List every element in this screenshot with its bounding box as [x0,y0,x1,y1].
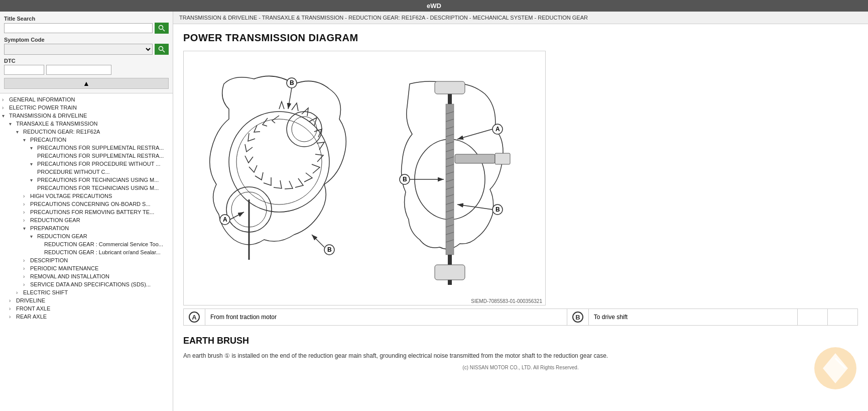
nav-arrow: › [9,314,16,320]
nav-arrow: ▾ [9,121,16,127]
svg-text:A: A [495,126,500,133]
nav-item[interactable]: ›REMOVAL AND INSTALLATION [0,272,173,280]
dtc-input1[interactable] [4,65,44,75]
nav-item[interactable]: ›GENERAL INFORMATION [0,95,173,104]
sidebar: Title Search Symptom Code [0,12,173,411]
nav-item[interactable]: ▾REDUCTION GEAR: RE1F62A [0,128,173,136]
nav-label: GENERAL INFORMATION [9,96,75,102]
nav-item[interactable]: ▾TRANSAXLE & TRANSMISSION [0,120,173,128]
nav-arrow: › [2,105,9,111]
search-button[interactable] [155,23,169,34]
section2-text: An earth brush ① is installed on the end… [183,351,858,361]
nav-label: PERIODIC MAINTENANCE [30,265,98,271]
nav-arrow: ▾ [16,129,23,135]
nav-item[interactable]: ›PERIODIC MAINTENANCE [0,264,173,272]
nav-label: ELECTRIC POWER TRAIN [9,105,77,111]
nav-item[interactable]: PRECAUTIONS FOR TECHNICIANS USING M... [0,184,173,192]
nav-item[interactable]: ›DRIVELINE [0,296,173,304]
diagram-container: A B B [183,51,546,305]
nav-item[interactable]: ›PRECAUTIONS CONCERNING ON-BOARD S... [0,200,173,208]
nav-arrow: ▾ [30,177,37,183]
page-title: POWER TRANSMISSION DIAGRAM [183,32,858,44]
diagram-caption: SIEMD-7085583-01-000356321 [184,297,545,305]
nav-item[interactable]: ›ELECTRIC POWER TRAIN [0,104,173,112]
nav-label: ELECTRIC SHIFT [23,289,68,295]
nav-label: REAR AXLE [16,314,47,320]
nav-label: PRECAUTIONS FOR REMOVING BATTERY TE... [30,209,154,215]
nav-item[interactable]: ▾PREPARATION [0,224,173,232]
title-search-label: Title Search [4,16,169,22]
svg-text:B: B [327,246,332,253]
nav-item[interactable]: ›HIGH VOLTAGE PRECAUTIONS [0,192,173,200]
search-icon [158,25,165,32]
nav-arrow: ▾ [23,137,30,143]
nav-item[interactable]: ▾PRECAUTION [0,136,173,144]
nav-label: HIGH VOLTAGE PRECAUTIONS [30,193,112,199]
nav-label: PRECAUTION [30,137,66,143]
nav-item[interactable]: REDUCTION GEAR : Lubricant or/and Sealar… [0,248,173,256]
nav-arrow: › [23,218,30,223]
nav-label: SERVICE DATA AND SPECIFICATIONS (SDS)... [30,281,151,287]
nav-arrow: › [23,258,30,263]
nav-item[interactable]: ›SERVICE DATA AND SPECIFICATIONS (SDS)..… [0,280,173,288]
nav-label: REDUCTION GEAR [37,233,87,239]
svg-line-3 [163,50,165,52]
nav-label: PRECAUTIONS FOR PROCEDURE WITHOUT ... [37,161,160,167]
nav-arrow: ▾ [30,145,37,151]
footer-text: (c) NISSAN MOTOR CO., LTD. All Rights Re… [183,365,858,370]
dtc-label: DTC [4,58,169,64]
content-area: TRANSMISSION & DRIVELINE - TRANSAXLE & T… [173,12,868,411]
nav-tree: ›GENERAL INFORMATION›ELECTRIC POWER TRAI… [0,93,173,411]
svg-point-2 [159,47,163,51]
title-search-input[interactable] [4,23,153,33]
nav-item[interactable]: ›REAR AXLE [0,313,173,321]
nav-arrow: › [16,290,23,295]
nav-label: REDUCTION GEAR : Commercial Service Too.… [44,241,163,247]
nav-label: PRECAUTIONS CONCERNING ON-BOARD S... [30,201,151,207]
nav-item[interactable]: ▾PRECAUTIONS FOR SUPPLEMENTAL RESTRA... [0,144,173,152]
content-scroll[interactable]: POWER TRANSMISSION DIAGRAM [173,24,868,411]
nav-item[interactable]: ›DESCRIPTION [0,256,173,264]
symptom-search-button[interactable] [155,44,169,55]
nav-arrow: › [23,266,30,271]
nav-arrow: › [23,210,30,215]
svg-text:B: B [495,206,500,213]
nav-label: REDUCTION GEAR: RE1F62A [23,129,100,135]
nav-item[interactable]: ›ELECTRIC SHIFT [0,288,173,296]
nav-label: DRIVELINE [16,297,45,303]
nav-label: REDUCTION GEAR : Lubricant or/and Sealar… [44,249,161,255]
nav-item[interactable]: PRECAUTIONS FOR SUPPLEMENTAL RESTRA... [0,152,173,160]
nav-arrow: › [23,282,30,287]
nav-item[interactable]: ›PRECAUTIONS FOR REMOVING BATTERY TE... [0,208,173,216]
nav-arrow: ▾ [30,161,37,167]
nav-arrow: ▾ [23,226,30,231]
nav-item[interactable]: PROCEDURE WITHOUT C... [0,168,173,176]
legend-table: A From front traction motor B To drive s… [183,309,858,326]
nav-item[interactable]: REDUCTION GEAR : Commercial Service Too.… [0,240,173,248]
nav-item[interactable]: ›FRONT AXLE [0,304,173,313]
nav-label: PREPARATION [30,225,69,231]
diagram-svg: A B B [184,51,545,297]
svg-rect-22 [446,104,454,255]
symptom-search-icon [158,46,165,53]
dtc-input2[interactable] [46,65,111,75]
nav-label: PROCEDURE WITHOUT C... [37,169,110,175]
symptom-code-select[interactable] [4,44,153,55]
nav-label: FRONT AXLE [16,305,50,312]
legend-text-b: To drive shift [588,309,797,326]
nav-item[interactable]: ▾PRECAUTIONS FOR PROCEDURE WITHOUT ... [0,160,173,168]
nav-item[interactable]: ▾TRANSMISSION & DRIVELINE [0,112,173,120]
legend-row: A From front traction motor B To drive s… [184,309,858,326]
section2-title: EARTH BRUSH [183,336,858,346]
collapse-button[interactable]: ▲ [4,78,169,89]
legend-circle-b: B [572,312,583,323]
nav-label: PRECAUTIONS FOR SUPPLEMENTAL RESTRA... [37,153,164,159]
nav-item[interactable]: ›REDUCTION GEAR [0,216,173,224]
nav-item[interactable]: ▾PRECAUTIONS FOR TECHNICIANS USING M... [0,176,173,184]
nav-arrow: › [9,306,16,312]
nav-label: DESCRIPTION [30,257,68,263]
nav-label: PRECAUTIONS FOR TECHNICIANS USING M... [37,185,159,191]
nav-arrow: › [23,274,30,279]
legend-circle-a: A [189,312,200,323]
nav-item[interactable]: ▾REDUCTION GEAR [0,232,173,240]
